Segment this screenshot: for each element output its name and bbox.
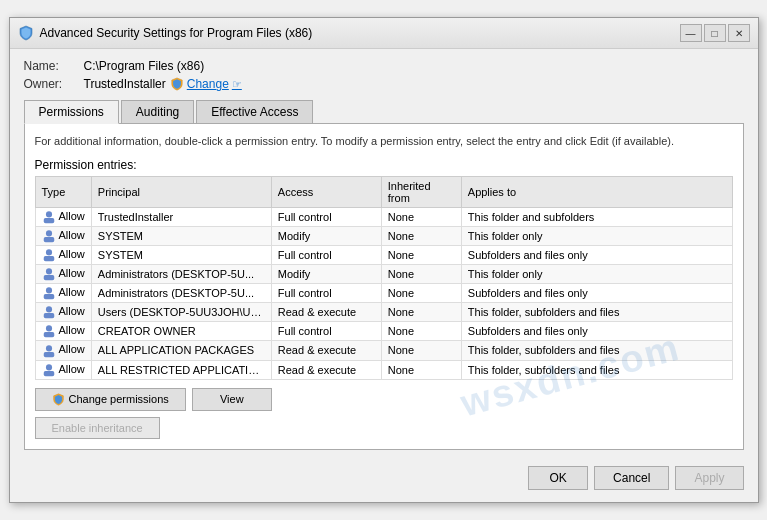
- cell-applies: This folder, subfolders and files: [461, 341, 732, 360]
- table-row[interactable]: AllowSYSTEMModifyNoneThis folder only: [35, 226, 732, 245]
- owner-value: TrustedInstaller: [84, 77, 166, 91]
- cell-inherited: None: [381, 284, 461, 303]
- cell-applies: Subfolders and files only: [461, 322, 732, 341]
- change-owner-link[interactable]: Change ☞: [170, 77, 242, 91]
- table-row[interactable]: AllowALL APPLICATION PACKAGESRead & exec…: [35, 341, 732, 360]
- cell-principal: SYSTEM: [91, 226, 271, 245]
- table-body: AllowTrustedInstallerFull controlNoneThi…: [35, 207, 732, 379]
- svg-rect-0: [43, 218, 54, 223]
- table-row[interactable]: AllowALL RESTRICTED APPLICATIO...Read & …: [35, 360, 732, 379]
- tab-effective-access[interactable]: Effective Access: [196, 100, 313, 124]
- cell-type: Allow: [35, 265, 91, 284]
- cell-applies: This folder, subfolders and files: [461, 303, 732, 322]
- cell-type: Allow: [35, 360, 91, 379]
- cell-inherited: None: [381, 265, 461, 284]
- cell-applies: This folder only: [461, 226, 732, 245]
- cell-applies: Subfolders and files only: [461, 245, 732, 264]
- main-window: Advanced Security Settings for Program F…: [9, 17, 759, 502]
- table-row[interactable]: AllowTrustedInstallerFull controlNoneThi…: [35, 207, 732, 226]
- cell-principal: CREATOR OWNER: [91, 322, 271, 341]
- change-permissions-button[interactable]: Change permissions: [35, 388, 186, 411]
- cell-type: Allow: [35, 322, 91, 341]
- svg-point-17: [45, 364, 51, 370]
- view-button[interactable]: View: [192, 388, 272, 411]
- window-content: Name: C:\Program Files (x86) Owner: Trus…: [10, 49, 758, 501]
- col-principal: Principal: [91, 176, 271, 207]
- change-link-text: Change: [187, 77, 229, 91]
- cell-type: Allow: [35, 226, 91, 245]
- col-type: Type: [35, 176, 91, 207]
- apply-button[interactable]: Apply: [675, 466, 743, 490]
- name-value: C:\Program Files (x86): [84, 59, 205, 73]
- shield-btn-icon: [52, 393, 65, 406]
- svg-point-3: [45, 230, 51, 236]
- maximize-button[interactable]: □: [704, 24, 726, 42]
- table-row[interactable]: AllowSYSTEMFull controlNoneSubfolders an…: [35, 245, 732, 264]
- window-title: Advanced Security Settings for Program F…: [40, 26, 313, 40]
- user-icon: [42, 210, 56, 224]
- svg-rect-2: [43, 237, 54, 242]
- permissions-table: Type Principal Access Inherited from App…: [35, 176, 733, 380]
- cell-principal: Users (DESKTOP-5UU3JOH\Us...: [91, 303, 271, 322]
- minimize-button[interactable]: —: [680, 24, 702, 42]
- cell-access: Read & execute: [271, 360, 381, 379]
- footer-row: OK Cancel Apply: [24, 460, 744, 492]
- col-applies: Applies to: [461, 176, 732, 207]
- table-row[interactable]: AllowCREATOR OWNERFull controlNoneSubfol…: [35, 322, 732, 341]
- bottom-buttons: Change permissions View: [35, 388, 733, 411]
- user-icon: [42, 324, 56, 338]
- cell-inherited: None: [381, 245, 461, 264]
- cell-access: Read & execute: [271, 303, 381, 322]
- cell-inherited: None: [381, 341, 461, 360]
- user-icon: [42, 286, 56, 300]
- user-icon: [42, 344, 56, 358]
- title-controls: — □ ✕: [680, 24, 750, 42]
- cell-inherited: None: [381, 360, 461, 379]
- user-icon: [42, 267, 56, 281]
- user-icon: [42, 248, 56, 262]
- cell-type: Allow: [35, 284, 91, 303]
- svg-point-1: [45, 211, 51, 217]
- enable-inheritance-button[interactable]: Enable inheritance: [35, 417, 160, 439]
- cell-applies: This folder and subfolders: [461, 207, 732, 226]
- cell-access: Read & execute: [271, 341, 381, 360]
- change-permissions-label: Change permissions: [69, 393, 169, 405]
- svg-point-11: [45, 307, 51, 313]
- cell-inherited: None: [381, 207, 461, 226]
- ok-button[interactable]: OK: [528, 466, 588, 490]
- table-row[interactable]: AllowUsers (DESKTOP-5UU3JOH\Us...Read & …: [35, 303, 732, 322]
- table-row[interactable]: AllowAdministrators (DESKTOP-5U...Full c…: [35, 284, 732, 303]
- close-button[interactable]: ✕: [728, 24, 750, 42]
- cell-access: Modify: [271, 265, 381, 284]
- col-access: Access: [271, 176, 381, 207]
- cell-inherited: None: [381, 226, 461, 245]
- cell-access: Full control: [271, 207, 381, 226]
- cell-principal: Administrators (DESKTOP-5U...: [91, 284, 271, 303]
- table-row[interactable]: AllowAdministrators (DESKTOP-5U...Modify…: [35, 265, 732, 284]
- col-inherited: Inherited from: [381, 176, 461, 207]
- cancel-button[interactable]: Cancel: [594, 466, 669, 490]
- cell-type: Allow: [35, 207, 91, 226]
- inheritance-row: Enable inheritance: [35, 417, 733, 439]
- user-icon: [42, 363, 56, 377]
- user-icon: [42, 229, 56, 243]
- name-row: Name: C:\Program Files (x86): [24, 59, 744, 73]
- cell-inherited: None: [381, 322, 461, 341]
- svg-point-15: [45, 345, 51, 351]
- svg-rect-12: [43, 332, 54, 337]
- cell-applies: This folder, subfolders and files: [461, 360, 732, 379]
- description-text: For additional information, double-click…: [35, 134, 733, 149]
- section-label: Permission entries:: [35, 158, 733, 172]
- tab-permissions[interactable]: Permissions: [24, 100, 119, 124]
- cell-type: Allow: [35, 245, 91, 264]
- svg-rect-16: [43, 370, 54, 375]
- tab-auditing[interactable]: Auditing: [121, 100, 194, 124]
- cell-access: Full control: [271, 322, 381, 341]
- title-bar-left: Advanced Security Settings for Program F…: [18, 25, 313, 41]
- cell-access: Modify: [271, 226, 381, 245]
- table-header: Type Principal Access Inherited from App…: [35, 176, 732, 207]
- cell-principal: Administrators (DESKTOP-5U...: [91, 265, 271, 284]
- svg-point-5: [45, 249, 51, 255]
- owner-label: Owner:: [24, 77, 84, 91]
- window-icon: [18, 25, 34, 41]
